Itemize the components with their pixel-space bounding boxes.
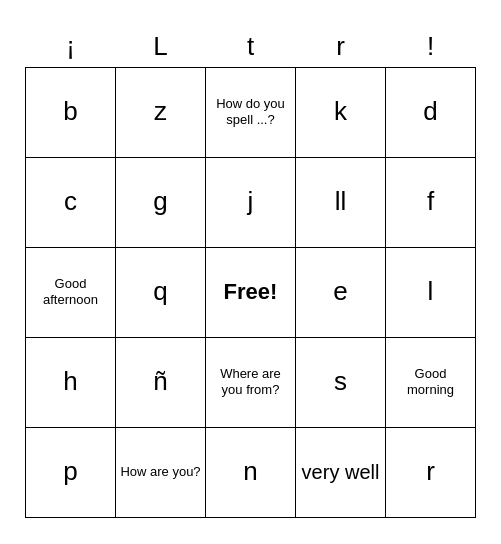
cell-4-4: r: [386, 428, 476, 518]
cell-2-3: e: [296, 248, 386, 338]
header-col-3: r: [296, 27, 386, 67]
cell-3-0: h: [26, 338, 116, 428]
cell-0-0: b: [26, 68, 116, 158]
cell-1-0: c: [26, 158, 116, 248]
cell-1-1: g: [116, 158, 206, 248]
cell-0-4: d: [386, 68, 476, 158]
cell-3-4: Good morning: [386, 338, 476, 428]
cell-2-1: q: [116, 248, 206, 338]
cell-2-2: Free!: [206, 248, 296, 338]
cell-3-1: ñ: [116, 338, 206, 428]
header-col-2: t: [206, 27, 296, 67]
cell-0-2: How do you spell ...?: [206, 68, 296, 158]
cell-2-0: Good afternoon: [26, 248, 116, 338]
header-col-1: L: [116, 27, 206, 67]
header-col-0: ¡: [26, 27, 116, 67]
cell-3-2: Where are you from?: [206, 338, 296, 428]
cell-4-1: How are you?: [116, 428, 206, 518]
cell-3-3: s: [296, 338, 386, 428]
header-col-4: !: [386, 27, 476, 67]
cell-2-4: l: [386, 248, 476, 338]
cell-4-3: very well: [296, 428, 386, 518]
bingo-grid: bzHow do you spell ...?kdcgjllfGood afte…: [25, 67, 476, 518]
cell-4-0: p: [26, 428, 116, 518]
cell-0-1: z: [116, 68, 206, 158]
cell-1-4: f: [386, 158, 476, 248]
header-row: ¡Ltr!: [26, 27, 476, 67]
cell-1-2: j: [206, 158, 296, 248]
bingo-board: ¡Ltr! bzHow do you spell ...?kdcgjllfGoo…: [25, 27, 476, 518]
cell-4-2: n: [206, 428, 296, 518]
cell-1-3: ll: [296, 158, 386, 248]
cell-0-3: k: [296, 68, 386, 158]
